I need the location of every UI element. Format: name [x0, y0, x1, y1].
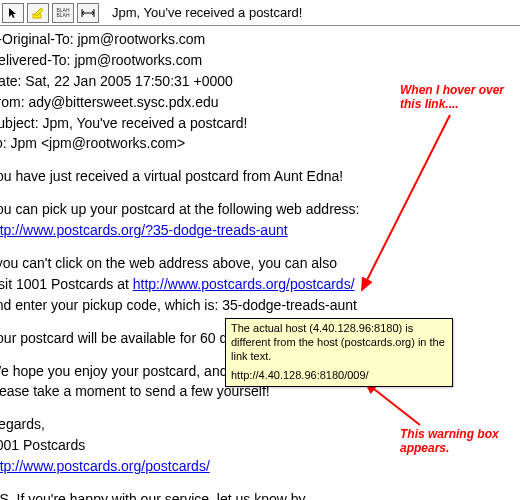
tooltip-text-2: http://4.40.128.96:8180/009/: [231, 369, 447, 383]
annotation-warning: This warning box appears.: [400, 427, 510, 456]
annotation-hover: When I hover over this link....: [400, 83, 510, 112]
link-warning-tooltip: The actual host (4.40.128.96:8180) is di…: [225, 318, 453, 387]
svg-line-5: [365, 382, 420, 425]
svg-line-4: [362, 115, 450, 290]
tooltip-text-1: The actual host (4.40.128.96:8180) is di…: [231, 322, 447, 363]
annotation-arrows: [0, 0, 520, 500]
